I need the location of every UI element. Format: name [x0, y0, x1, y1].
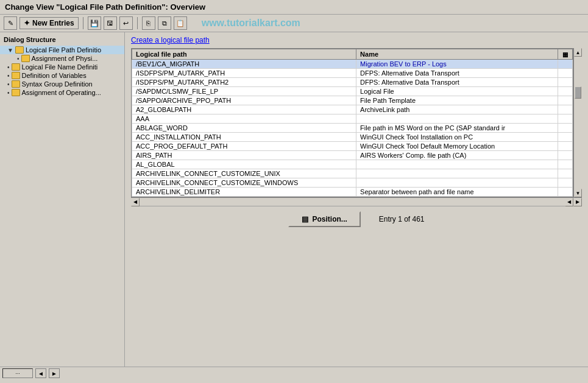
toolbar: ✎ ✦ New Entries 💾 🖫 ↩ ⎘ ⧉ 📋 www.tutorial… — [0, 15, 588, 32]
cell-path: /BEV1/CA_MIGPATH — [132, 60, 356, 69]
cell-path: ARCHIVELINK_DELIMITER — [132, 188, 356, 197]
undo-icon[interactable]: ↩ — [119, 16, 133, 30]
table-row[interactable]: ABLAGE_WORDFile path in MS Word on the P… — [132, 124, 573, 133]
cell-name: Separator between path and file name — [356, 188, 558, 197]
cell-path: ABLAGE_WORD — [132, 124, 356, 133]
position-btn-label: Position... — [312, 215, 347, 223]
cell-name: DFPS: Alternative Data Transport — [356, 78, 558, 87]
new-entries-icon: ✦ — [24, 19, 30, 27]
copy-icon-2[interactable]: ⧉ — [158, 16, 171, 30]
cell-name: WinGUI Check Tool Installation on PC — [356, 133, 558, 142]
entry-info: Entry 1 of 461 — [379, 215, 425, 223]
floppy-icon-2[interactable]: 🖫 — [104, 16, 117, 30]
cell-name: AIRS Workers' Comp. file path (CA) — [356, 151, 558, 160]
dot-arrow: • — [17, 55, 19, 62]
sidebar-item-label: Assignment of Operating... — [22, 89, 101, 96]
col-header-path: Logical file path — [132, 49, 356, 60]
sidebar-item-assignment-phys[interactable]: • Assignment of Physi... — [0, 54, 124, 63]
cell-icon — [558, 142, 573, 151]
cell-path: AAA — [132, 114, 356, 124]
sidebar-item-label: Definition of Variables — [22, 72, 87, 79]
title-bar: Change View "Logical File Path Definitio… — [0, 0, 588, 15]
sidebar-item-syntax-group[interactable]: • Syntax Group Definition — [0, 80, 124, 88]
table-row[interactable]: ARCHIVELINK_CONNECT_CUSTOMIZE_UNIX — [132, 169, 573, 178]
folder-icon-2 — [21, 55, 30, 62]
table-row[interactable]: AAA — [132, 114, 573, 124]
main-container: Dialog Structure ▼ Logical File Path Def… — [0, 32, 588, 367]
cell-icon — [558, 78, 573, 87]
h-scroll-track — [140, 199, 565, 206]
cell-path: AIRS_PATH — [132, 151, 356, 160]
cell-name — [356, 169, 558, 178]
cell-name — [356, 114, 558, 124]
folder-icon — [15, 46, 24, 54]
folder-icon-5 — [12, 80, 20, 88]
copy-icon-1[interactable]: ⎘ — [142, 16, 155, 30]
table-row[interactable]: /SAPDMC/LSMW_FILE_LPLogical File — [132, 87, 573, 96]
cell-path: /ISDFPS/PM_AUTARK_PATH — [132, 69, 356, 78]
status-btn-label: ... — [15, 369, 20, 375]
sidebar-item-label: Logical File Name Definiti — [22, 63, 98, 71]
cell-name: Logical File — [356, 87, 558, 96]
col-header-name: Name — [356, 49, 558, 60]
horizontal-scrollbar[interactable]: ◀ ◀ ▶ — [131, 197, 582, 206]
scroll-down-arrow[interactable]: ▼ — [574, 189, 582, 197]
table-row[interactable]: ARCHIVELINK_CONNECT_CUSTOMIZE_WINDOWS — [132, 178, 573, 188]
cell-path: ACC_PROG_DEFAULT_PATH — [132, 142, 356, 151]
dot-arrow4: • — [7, 81, 10, 88]
paste-icon[interactable]: 📋 — [174, 16, 187, 30]
cell-icon — [558, 169, 573, 178]
sidebar-item-assignment-operating[interactable]: • Assignment of Operating... — [0, 88, 124, 97]
table-row[interactable]: AIRS_PATHAIRS Workers' Comp. file path (… — [132, 151, 573, 160]
floppy-icon-1[interactable]: 💾 — [88, 16, 101, 30]
new-entries-button[interactable]: ✦ New Entries — [19, 17, 79, 29]
cell-name: Migration BEV to ERP - Logs — [356, 60, 558, 69]
dot-arrow3: • — [7, 72, 10, 79]
sidebar-item-definition-vars[interactable]: • Definition of Variables — [0, 71, 124, 80]
table-row[interactable]: /BEV1/CA_MIGPATHMigration BEV to ERP - L… — [132, 60, 573, 69]
cell-path: /ISDFPS/PM_AUTARK_PATH2 — [132, 78, 356, 87]
expand-arrow: ▼ — [7, 47, 13, 54]
table-row[interactable]: /ISDFPS/PM_AUTARK_PATH2DFPS: Alternative… — [132, 78, 573, 87]
sidebar-item-logical-file-name[interactable]: • Logical File Name Definiti — [0, 63, 124, 71]
table-header-row: Logical file path Name ▦ — [132, 49, 573, 60]
scroll-left-arrow[interactable]: ◀ — [131, 198, 140, 206]
cell-path: AL_GLOBAL — [132, 160, 356, 169]
cell-path: ARCHIVELINK_CONNECT_CUSTOMIZE_WINDOWS — [132, 178, 356, 188]
cell-path: ACC_INSTALLATION_PATH — [132, 133, 356, 142]
status-button[interactable]: ... — [2, 368, 33, 378]
position-button[interactable]: ▤ Position... — [288, 211, 360, 227]
table-row[interactable]: A2_GLOBALPATHArchiveLink path — [132, 105, 573, 114]
table-row[interactable]: AL_GLOBAL — [132, 160, 573, 169]
table-wrapper: Logical file path Name ▦ /BEV1/CA_MIGPAT… — [131, 48, 582, 197]
scroll-right-arrow-2[interactable]: ▶ — [573, 198, 582, 206]
table-row[interactable]: /SAPPO/ARCHIVE_PPO_PATHFile Path Templat… — [132, 96, 573, 105]
col-header-icon: ▦ — [558, 49, 573, 60]
cell-icon — [558, 87, 573, 96]
sidebar-item-label: Assignment of Physi... — [32, 55, 98, 62]
table-row[interactable]: ACC_INSTALLATION_PATHWinGUI Check Tool I… — [132, 133, 573, 142]
scroll-up-arrow[interactable]: ▲ — [574, 48, 582, 57]
cell-icon — [558, 178, 573, 188]
create-logical-file-path-link[interactable]: Create a logical file path — [131, 36, 582, 44]
cell-icon — [558, 69, 573, 78]
vertical-scrollbar[interactable]: ▲ ▼ — [573, 48, 582, 197]
dot-arrow2: • — [7, 64, 10, 71]
position-btn-icon: ▤ — [302, 215, 308, 223]
table-row[interactable]: ARCHIVELINK_DELIMITERSeparator between p… — [132, 188, 573, 197]
cell-icon — [558, 151, 573, 160]
nav-right-arrow[interactable]: ► — [49, 368, 60, 378]
edit-icon[interactable]: ✎ — [4, 16, 17, 30]
sidebar-item-logical-file-path[interactable]: ▼ Logical File Path Definitio — [0, 46, 124, 54]
nav-left-arrow[interactable]: ◄ — [35, 368, 46, 378]
cell-name: DFPS: Alternative Data Transport — [356, 69, 558, 78]
scroll-thumb[interactable] — [575, 86, 581, 99]
page-title: Change View "Logical File Path Definitio… — [5, 2, 205, 12]
scroll-right-arrow-1[interactable]: ◀ — [565, 198, 573, 206]
cell-icon — [558, 160, 573, 169]
table-row[interactable]: /ISDFPS/PM_AUTARK_PATHDFPS: Alternative … — [132, 69, 573, 78]
table-body: /BEV1/CA_MIGPATHMigration BEV to ERP - L… — [132, 60, 573, 197]
bottom-bar: ▤ Position... Entry 1 of 461 — [131, 206, 582, 232]
table-row[interactable]: ACC_PROG_DEFAULT_PATHWinGUI Check Tool D… — [132, 142, 573, 151]
cell-icon — [558, 188, 573, 197]
